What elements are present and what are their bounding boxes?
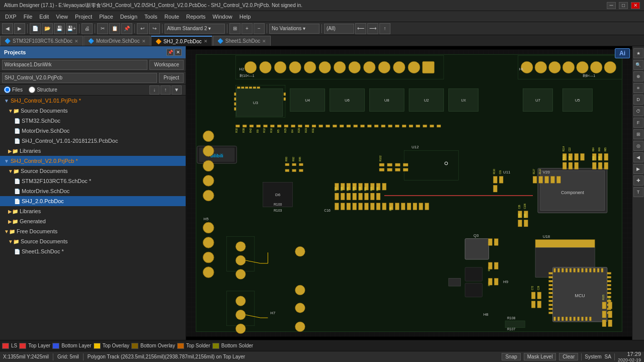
project-button[interactable]: Project xyxy=(159,73,184,83)
tab-close-3[interactable]: ✕ xyxy=(262,39,266,44)
variations-dropdown[interactable]: No Variations ▾ xyxy=(269,24,319,34)
tab-close-0[interactable]: ✕ xyxy=(74,39,78,44)
cut-btn[interactable]: ✂ xyxy=(97,23,108,34)
tree-item-15[interactable]: 📄Sheet1.SchDoc * xyxy=(0,246,186,256)
zoom-fit-btn[interactable]: ⊞ xyxy=(229,23,240,34)
redo-btn[interactable]: ↪ xyxy=(149,23,160,34)
toolbar-btn-2[interactable]: ▶ xyxy=(14,23,25,34)
svg-rect-35 xyxy=(257,86,260,88)
workspace-dropdown[interactable]: Altium Standard 2 ▾ xyxy=(165,24,225,34)
expand-all-btn[interactable]: ↓ xyxy=(149,85,159,95)
toolbar-extra-2[interactable]: ⟶ xyxy=(367,23,378,34)
tree-item-0[interactable]: ▼SHJ_Control_V1.01.PrjPcb * xyxy=(0,96,186,106)
rs-filter-icon[interactable]: F xyxy=(633,118,643,128)
tree-item-11[interactable]: ▶📁Libraries xyxy=(0,206,186,216)
rs-prev-icon[interactable]: ◀ xyxy=(633,152,643,162)
toolbar-btn-1[interactable]: ◀ xyxy=(2,23,13,34)
save-btn[interactable]: 💾 xyxy=(54,23,65,34)
mask-level-btn[interactable]: Mask Level xyxy=(524,353,556,360)
rs-next-icon[interactable]: ▶ xyxy=(633,164,643,174)
all-dropdown[interactable]: (All) xyxy=(324,24,354,34)
rs-navigate-icon[interactable]: ◎ xyxy=(633,141,643,151)
svg-rect-334 xyxy=(531,292,535,299)
tree-item-2[interactable]: 📄STM32.SchDoc xyxy=(0,116,186,126)
menu-item-project[interactable]: Project xyxy=(72,13,95,21)
tree-item-4[interactable]: 📄SHJ_Control_V1.01-20181215.PcbDoc xyxy=(0,136,186,146)
tree-item-13[interactable]: ▼📁Free Documents xyxy=(0,226,186,236)
rs-grid-icon[interactable]: ⊞ xyxy=(633,129,643,139)
close-button[interactable]: ✕ xyxy=(631,2,640,9)
svg-rect-158 xyxy=(347,203,351,210)
new-btn[interactable]: 📄 xyxy=(30,23,41,34)
tree-item-14[interactable]: ▼📁Source Documents xyxy=(0,236,186,246)
menu-item-reports[interactable]: Reports xyxy=(183,13,209,21)
menu-item-dxp[interactable]: DXP xyxy=(2,13,20,21)
zoom-out-btn[interactable]: − xyxy=(254,23,265,34)
tab-close-2[interactable]: ✕ xyxy=(204,39,208,44)
minimize-button[interactable]: ─ xyxy=(607,2,616,9)
tree-item-8[interactable]: 📄STM32F103RCT6.SchDoc * xyxy=(0,176,186,186)
structure-radio-label[interactable]: Structure xyxy=(29,86,57,93)
menu-item-help[interactable]: Help xyxy=(236,13,254,21)
rs-text-icon[interactable]: T xyxy=(633,187,643,197)
ai-button[interactable]: Ai xyxy=(615,48,630,58)
menu-item-place[interactable]: Place xyxy=(96,13,116,21)
menu-item-edit[interactable]: Edit xyxy=(36,13,52,21)
tree-item-12[interactable]: ▶📁Generated xyxy=(0,216,186,226)
svg-rect-344 xyxy=(602,320,606,327)
tab-close-1[interactable]: ✕ xyxy=(142,39,146,44)
svg-rect-294 xyxy=(574,268,576,273)
maximize-button[interactable]: □ xyxy=(619,2,628,9)
tree-item-10[interactable]: 📄SHJ_2.0.PcbDoc xyxy=(0,196,186,206)
filter-btn[interactable]: ▼ xyxy=(172,85,182,95)
save-all-btn[interactable]: 💾+ xyxy=(66,23,77,34)
menu-item-route[interactable]: Route xyxy=(162,13,182,21)
svg-rect-84 xyxy=(374,125,378,127)
toolbar-extra-1[interactable]: ⟵ xyxy=(355,23,366,34)
pcb-canvas[interactable]: H2 剩10<---1 HL 剩8<---1 xyxy=(186,46,632,340)
copy-btn[interactable]: 📋 xyxy=(109,23,120,34)
open-btn[interactable]: 📂 xyxy=(42,23,53,34)
menu-item-design[interactable]: Design xyxy=(117,13,140,21)
menu-item-window[interactable]: Window xyxy=(210,13,235,21)
tree-item-3[interactable]: 📄MotorDrive.SchDoc xyxy=(0,126,186,136)
files-radio-label[interactable]: Files xyxy=(4,86,23,93)
tab-1[interactable]: 🔷MotorDrive.SchDoc✕ xyxy=(84,36,150,46)
tree-item-5[interactable]: ▶📁Libraries xyxy=(0,146,186,156)
svg-rect-116 xyxy=(299,163,303,166)
rs-clock-icon[interactable]: ⏱ xyxy=(633,106,643,116)
zoom-in-btn[interactable]: + xyxy=(242,23,253,34)
tree-item-7[interactable]: ▼📁Source Documents xyxy=(0,166,186,176)
menu-item-file[interactable]: File xyxy=(21,13,36,21)
rs-calibrate-icon[interactable]: ⊕ xyxy=(633,71,643,81)
tab-0[interactable]: 🔷STM32F103RCT6.SchDoc✕ xyxy=(0,36,83,46)
rs-design-icon[interactable]: D xyxy=(633,95,643,105)
tree-item-9[interactable]: 📄MotorDrive.SchDoc xyxy=(0,186,186,196)
panel-pin-btn[interactable]: 📌 xyxy=(167,49,174,56)
snap-btn[interactable]: Snap xyxy=(502,353,520,360)
files-radio[interactable] xyxy=(4,86,11,93)
rs-layers-icon[interactable]: ≡ xyxy=(633,83,643,93)
structure-radio[interactable] xyxy=(29,86,35,93)
project-input[interactable] xyxy=(2,73,157,83)
panel-close-btn[interactable]: ✕ xyxy=(175,49,182,56)
menu-item-tools[interactable]: Tools xyxy=(141,13,160,21)
tab-2[interactable]: 🔶SHJ_2.0.PcbDoc✕ xyxy=(151,36,212,46)
tree-item-1[interactable]: ▼📁Source Documents xyxy=(0,106,186,116)
tab-3[interactable]: 🔷Sheet1.SchDoc✕ xyxy=(213,36,271,46)
menu-item-view[interactable]: View xyxy=(53,13,71,21)
svg-point-248 xyxy=(235,296,246,306)
print-btn[interactable]: 🖨 xyxy=(82,23,93,34)
clear-btn[interactable]: Clear xyxy=(559,353,578,360)
undo-btn[interactable]: ↩ xyxy=(137,23,148,34)
tree-item-6[interactable]: ▼SHJ_Control_V2.0.PrjPcb * xyxy=(0,156,186,166)
svg-rect-341 xyxy=(608,302,612,309)
collapse-all-btn[interactable]: ↑ xyxy=(160,85,171,95)
rs-search-icon[interactable]: 🔍 xyxy=(633,60,643,70)
workspace-input[interactable] xyxy=(2,60,147,70)
rs-snap-icon[interactable]: ✚ xyxy=(633,175,643,186)
paste-btn[interactable]: 📌 xyxy=(121,23,132,34)
rs-favorites-icon[interactable]: ★ xyxy=(633,48,643,58)
workspace-button[interactable]: Workspace xyxy=(149,60,184,70)
toolbar-extra-3[interactable]: ↑ xyxy=(379,23,390,34)
